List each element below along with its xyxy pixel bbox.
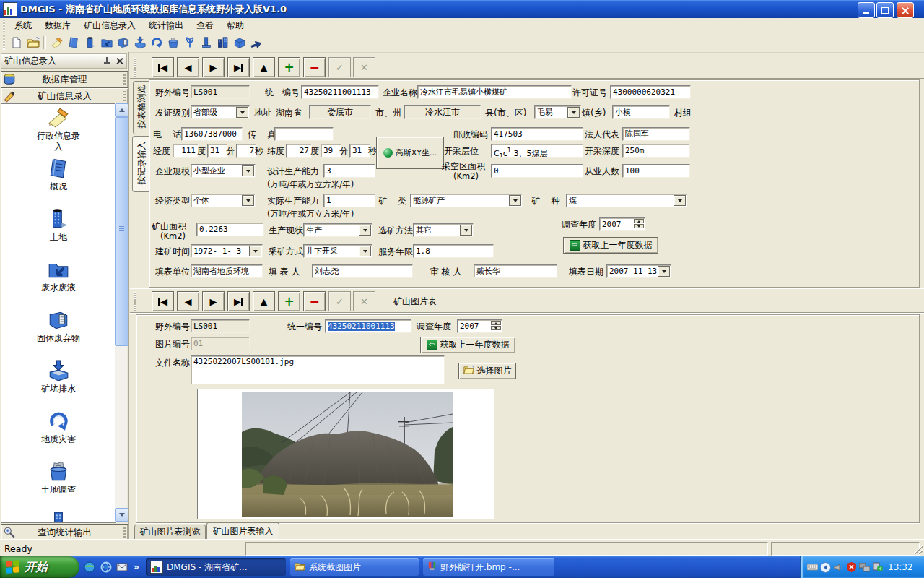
sidebar-group-mine-entry[interactable]: 矿山信息录入 bbox=[1, 87, 128, 105]
service-life-input[interactable]: 1.8 bbox=[413, 244, 494, 258]
tab-table-browse[interactable]: 按表格浏览 bbox=[133, 81, 149, 134]
mining-depth-input[interactable]: 250m bbox=[622, 144, 690, 158]
pin-icon[interactable] bbox=[103, 57, 111, 65]
scrollbar-thumb[interactable] bbox=[115, 117, 128, 346]
buildings-toolbar-icon[interactable] bbox=[215, 35, 230, 50]
taskbar-item-bmp-file[interactable]: 野外版打开.bmp -... bbox=[423, 558, 554, 576]
fill-date-combo[interactable]: 2007-11-13 bbox=[606, 264, 671, 278]
open-folder-icon[interactable] bbox=[25, 35, 40, 50]
postcode-input[interactable]: 417503 bbox=[491, 127, 583, 141]
navbar-grip[interactable] bbox=[134, 292, 136, 311]
chevron-down-icon[interactable] bbox=[242, 165, 254, 176]
fill-unit-input[interactable]: 湖南省地质环境 bbox=[191, 264, 263, 278]
field-no-input[interactable]: LS001 bbox=[191, 85, 250, 99]
chevron-down-icon[interactable] bbox=[460, 225, 472, 236]
pic-nav-cancel-button[interactable]: ✕ bbox=[353, 291, 375, 311]
land-survey-toolbar-icon[interactable] bbox=[165, 35, 180, 50]
file-name-input[interactable]: 4325022007LS00101.jpg bbox=[191, 355, 445, 384]
sidebar-item-overview[interactable]: 概况 bbox=[1, 157, 116, 207]
nav-delete-button[interactable]: − bbox=[303, 57, 326, 77]
pic-unified-no-input[interactable]: 43250211001113 bbox=[325, 319, 411, 333]
pit-drainage-toolbar-icon[interactable] bbox=[132, 35, 147, 50]
monument-toolbar-icon[interactable] bbox=[199, 35, 214, 50]
survey-year-spinner[interactable]: 2007 bbox=[599, 217, 645, 231]
nav-top-button[interactable]: ▲ bbox=[253, 57, 275, 77]
get-prev-year-button[interactable]: ⇦ 获取上一年度数据 bbox=[563, 237, 658, 254]
spinner-buttons[interactable] bbox=[491, 321, 501, 330]
minimize-button[interactable] bbox=[858, 2, 875, 18]
land-toolbar-icon[interactable] bbox=[82, 35, 97, 50]
nav-cancel-button[interactable]: ✕ bbox=[353, 57, 375, 77]
enterprise-name-input[interactable]: 冷水江市毛易镇小横煤矿 bbox=[417, 85, 572, 99]
pic-nav-last-button[interactable]: ▶ bbox=[227, 291, 250, 311]
unified-no-input[interactable]: 43250211001113 bbox=[301, 85, 379, 99]
geo-hazard-toolbar-icon[interactable] bbox=[149, 35, 164, 50]
sidebar-item-land[interactable]: 土地 bbox=[1, 207, 116, 258]
menu-view[interactable]: 查看 bbox=[190, 18, 220, 33]
latitude-sec-input[interactable]: 31 bbox=[349, 144, 370, 158]
admin-entry-toolbar-icon[interactable] bbox=[49, 35, 64, 50]
storage-box-toolbar-icon[interactable] bbox=[232, 35, 247, 50]
enterprise-scale-combo[interactable]: 小型企业 bbox=[191, 164, 256, 178]
network-icon[interactable] bbox=[859, 562, 870, 573]
pic-nav-next-button[interactable]: ▶ bbox=[202, 291, 225, 311]
nav-prev-button[interactable]: ◀ bbox=[177, 57, 199, 77]
chevron-down-icon[interactable] bbox=[359, 225, 371, 236]
chevron-down-icon[interactable] bbox=[658, 266, 670, 277]
fax-input[interactable] bbox=[274, 127, 334, 141]
pic-nav-top-button[interactable]: ▲ bbox=[253, 291, 275, 311]
chevron-down-icon[interactable] bbox=[249, 246, 261, 256]
economic-type-combo[interactable]: 个体 bbox=[191, 194, 256, 207]
gauss-xy-button[interactable]: 高斯XY坐... bbox=[376, 137, 444, 169]
nav-post-button[interactable]: ✓ bbox=[328, 57, 351, 77]
latitude-min-input[interactable]: 39 bbox=[321, 144, 341, 158]
employees-input[interactable]: 100 bbox=[622, 164, 690, 178]
longitude-min-input[interactable]: 31 bbox=[207, 144, 228, 158]
resize-grip[interactable] bbox=[913, 544, 923, 554]
cert-level-combo[interactable]: 省部级 bbox=[191, 105, 250, 119]
language-bar-icon[interactable] bbox=[820, 562, 831, 573]
design-capacity-input[interactable]: 3 bbox=[323, 164, 375, 178]
export-arrow-toolbar-icon[interactable] bbox=[248, 35, 263, 50]
chevron-down-icon[interactable] bbox=[674, 195, 686, 206]
chevron-down-icon[interactable] bbox=[567, 107, 580, 118]
tab-record-input[interactable]: 按记录输入 bbox=[132, 136, 150, 192]
longitude-sec-input[interactable]: 7 bbox=[236, 144, 257, 158]
overview-toolbar-icon[interactable] bbox=[66, 35, 81, 50]
nav-last-button[interactable]: ▶ bbox=[227, 57, 250, 77]
actual-capacity-input[interactable]: 1 bbox=[323, 194, 375, 207]
fill-person-input[interactable]: 刘志尧 bbox=[312, 264, 413, 278]
sidebar-item-admin-entry[interactable]: 行政信息录入 bbox=[1, 106, 116, 157]
restore-button[interactable] bbox=[876, 2, 894, 18]
pic-nav-post-button[interactable]: ✓ bbox=[328, 291, 351, 311]
nav-next-button[interactable]: ▶ bbox=[202, 57, 225, 77]
sidebar-scrollbar[interactable] bbox=[115, 103, 127, 522]
menu-system[interactable]: 系统 bbox=[8, 18, 38, 33]
mine-class-combo[interactable]: 能源矿产 bbox=[410, 194, 523, 207]
sidebar-item-solid-waste[interactable]: 固体废弃物 bbox=[1, 309, 116, 359]
longitude-deg-input[interactable]: 111 bbox=[173, 144, 199, 158]
menu-database[interactable]: 数据库 bbox=[38, 18, 77, 33]
chevron-down-icon[interactable] bbox=[236, 107, 248, 118]
sidebar-item-land-survey[interactable]: 土地调查 bbox=[1, 460, 116, 511]
keyboard-icon[interactable] bbox=[807, 562, 818, 573]
pic-nav-first-button[interactable]: ◀ bbox=[152, 291, 174, 311]
pic-nav-add-button[interactable]: + bbox=[278, 291, 300, 311]
mining-layer-input[interactable]: C1c1 3、5煤层 bbox=[491, 144, 583, 158]
sidebar-item-pit-drainage[interactable]: 矿坑排水 bbox=[1, 359, 116, 410]
nav-first-button[interactable]: ◀ bbox=[152, 57, 174, 77]
security-shield-icon[interactable] bbox=[846, 562, 857, 573]
license-no-input[interactable]: 4300000620321 bbox=[610, 85, 691, 99]
volume-icon[interactable] bbox=[833, 562, 844, 573]
mine-area-input[interactable]: 0.2263 bbox=[196, 223, 264, 236]
taskbar-item-screenshots-folder[interactable]: 系统截图图片 bbox=[290, 558, 419, 576]
quicklaunch-messenger-icon[interactable] bbox=[83, 561, 96, 574]
update-icon[interactable] bbox=[872, 562, 883, 573]
navbar-grip[interactable] bbox=[134, 58, 136, 77]
pic-no-input[interactable]: 01 bbox=[191, 337, 250, 350]
sidebar-item-wastewater[interactable]: 废水废液 bbox=[1, 258, 116, 309]
legal-rep-input[interactable]: 陈国军 bbox=[622, 127, 690, 141]
nav-add-button[interactable]: + bbox=[278, 57, 300, 77]
start-button[interactable]: 开始 bbox=[0, 556, 79, 578]
prod-status-combo[interactable]: 生产 bbox=[303, 223, 372, 237]
